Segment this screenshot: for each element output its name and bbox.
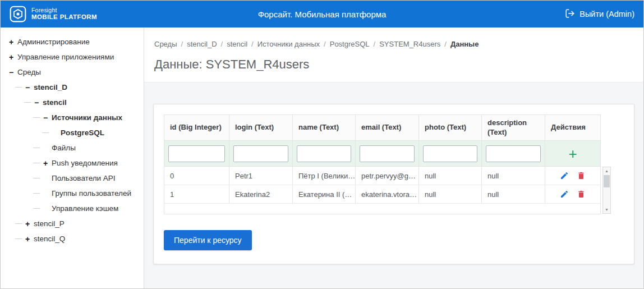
table-scrollbar[interactable]: ▲ ▼ [602, 167, 611, 214]
breadcrumb-separator: / [221, 40, 223, 48]
sidebar-item[interactable]: Файлы [1, 140, 144, 155]
scroll-thumb[interactable] [604, 175, 610, 187]
table-cell: null [482, 167, 545, 185]
add-cell: + [545, 141, 600, 166]
table-cell: null [419, 167, 482, 185]
expand-icon[interactable]: + [24, 235, 31, 244]
sidebar-item[interactable]: +stencil_P [1, 216, 144, 231]
trash-icon [577, 171, 586, 180]
actions-cell [545, 185, 600, 203]
filter-input[interactable] [297, 145, 351, 162]
table-cell: Ekaterina2 [229, 185, 293, 203]
collapse-icon[interactable]: − [33, 98, 40, 107]
brand-subtitle: MOBILE PLATFORM [31, 13, 97, 21]
table-row: 0Petr1Пётр I (Велики…petr.pervyy@g…nulln… [164, 167, 600, 185]
collapse-icon[interactable]: − [7, 68, 15, 77]
sidebar-item[interactable]: −stencil [1, 95, 144, 110]
content-panel: id (Big Integer)login (Text)name (Text)e… [144, 82, 643, 288]
breadcrumb-separator: / [324, 40, 326, 48]
filter-input[interactable] [423, 145, 477, 162]
collapse-icon[interactable]: − [24, 83, 31, 92]
filter-cell [229, 141, 293, 166]
page-title: Данные: SYSTEM_R4users [154, 57, 633, 72]
sidebar-item[interactable]: +Push уведомления [1, 155, 144, 171]
table-cell: 0 [164, 167, 229, 185]
breadcrumb-link[interactable]: stencil_D [187, 40, 217, 48]
filter-cell [419, 141, 482, 166]
breadcrumb-link[interactable]: PostgreSQL [330, 40, 370, 48]
breadcrumb-separator: / [444, 40, 447, 48]
sidebar-item[interactable]: +stencil_Q [1, 231, 144, 246]
filter-cell [482, 141, 545, 166]
filter-input[interactable] [360, 145, 415, 162]
breadcrumb-separator: / [374, 40, 376, 48]
scroll-up-arrow[interactable]: ▲ [603, 167, 610, 175]
sidebar-item-label: stencil_Q [34, 235, 65, 243]
table-row: 1Ekaterina2Екатерина II (…ekaterina.vtor… [164, 185, 600, 204]
collapse-icon[interactable]: − [42, 113, 49, 122]
expand-icon[interactable]: + [42, 159, 49, 168]
delete-button[interactable] [577, 190, 586, 199]
app-window: Foresight MOBILE PLATFORM Форсайт. Мобил… [0, 0, 644, 289]
edit-button[interactable] [560, 190, 569, 199]
column-header: Действия [545, 115, 600, 140]
goto-resource-button[interactable]: Перейти к ресурсу [164, 230, 252, 250]
sidebar-item[interactable]: Группы пользователей [1, 186, 144, 201]
breadcrumb-link[interactable]: SYSTEM_R4users [379, 40, 440, 48]
brand[interactable]: Foresight MOBILE PLATFORM [10, 6, 97, 22]
sidebar-item-label: stencil [43, 98, 67, 107]
sidebar-item-label: Группы пользователей [52, 189, 131, 198]
data-card: id (Big Integer)login (Text)name (Text)e… [153, 104, 634, 264]
breadcrumb-link[interactable]: Среды [154, 40, 177, 48]
scroll-track[interactable] [603, 175, 610, 206]
app-header: Foresight MOBILE PLATFORM Форсайт. Мобил… [1, 1, 643, 27]
sidebar-item-label: Файлы [52, 144, 76, 152]
expand-icon[interactable]: + [7, 38, 15, 47]
column-header: description (Text) [482, 115, 545, 140]
sidebar-item[interactable]: Пользователи API [1, 171, 144, 186]
filter-input[interactable] [233, 145, 288, 162]
table-cell: Пётр I (Велики… [293, 167, 356, 185]
filter-cell [293, 141, 356, 166]
sidebar-item[interactable]: −stencil_D [1, 80, 144, 95]
logout-button[interactable]: Выйти (Admin) [565, 8, 634, 20]
delete-button[interactable] [577, 171, 586, 180]
edit-button[interactable] [560, 171, 569, 180]
table-cell: petr.pervyy@g… [356, 167, 419, 185]
sidebar-item-label: Управление приложениями [17, 53, 114, 61]
column-header: name (Text) [293, 115, 356, 140]
filter-input[interactable] [486, 145, 541, 162]
sidebar-item[interactable]: PostgreSQL [1, 125, 144, 140]
table: id (Big Integer)login (Text)name (Text)e… [164, 114, 601, 214]
pencil-icon [560, 190, 569, 199]
sidebar-item[interactable]: −Среды [1, 65, 144, 80]
sidebar-item-label: stencil_P [34, 219, 65, 228]
filter-input[interactable] [168, 145, 225, 162]
expand-icon[interactable]: + [24, 219, 31, 228]
breadcrumb-link[interactable]: stencil [227, 40, 247, 48]
app-title: Форсайт. Мобильная платформа [258, 10, 387, 19]
table-cell: null [419, 185, 482, 203]
sidebar-item[interactable]: +Администрирование [1, 34, 144, 49]
table-cell: null [482, 185, 545, 203]
logout-icon [565, 8, 575, 20]
column-header: login (Text) [229, 115, 293, 140]
table-filter-row: + [164, 141, 600, 167]
brand-text: Foresight MOBILE PLATFORM [31, 7, 97, 21]
filter-cell [356, 141, 419, 166]
breadcrumb-current: Данные [450, 40, 479, 48]
breadcrumb-link[interactable]: Источники данных [257, 40, 320, 48]
add-row-button[interactable]: + [568, 146, 577, 161]
sidebar-item[interactable]: +Управление приложениями [1, 49, 144, 65]
breadcrumb-separator: / [251, 40, 254, 48]
sidebar-item-label: Push уведомления [52, 159, 118, 167]
sidebar-item[interactable]: Управление кэшем [1, 201, 144, 216]
table-cell: Petr1 [229, 167, 293, 185]
foresight-logo-icon [10, 6, 26, 22]
sidebar-item[interactable]: −Источники данных [1, 110, 144, 125]
breadcrumb: Среды/stencil_D/stencil/Источники данных… [154, 40, 633, 48]
sidebar-item-label: Источники данных [52, 113, 122, 122]
scroll-down-arrow[interactable]: ▼ [603, 206, 610, 213]
expand-icon[interactable]: + [7, 53, 15, 62]
sidebar-item-label: PostgreSQL [61, 129, 104, 137]
